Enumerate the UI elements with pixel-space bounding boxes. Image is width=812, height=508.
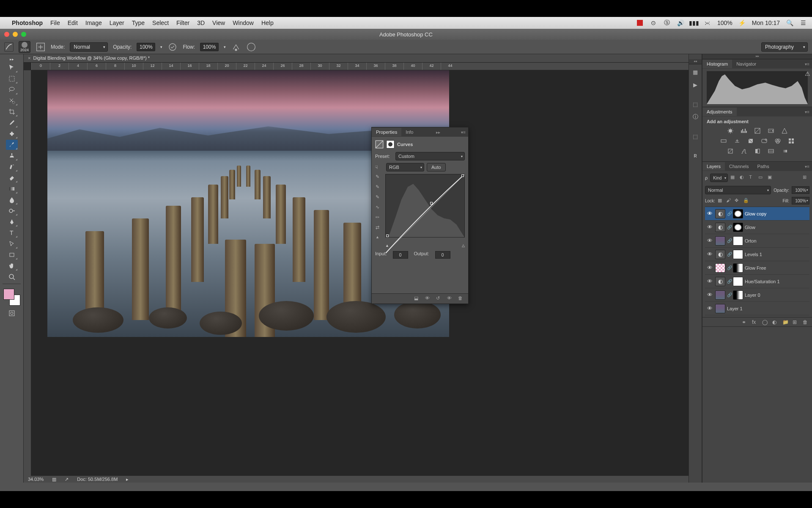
airbrush-icon[interactable] <box>231 42 241 52</box>
layer-blend-mode-select[interactable]: Normal <box>705 186 771 194</box>
minimize-window-button[interactable] <box>13 32 18 37</box>
layer-row[interactable]: 👁🔗Layer 0 <box>705 288 809 302</box>
adjustments-tab[interactable]: Adjustments <box>702 108 737 116</box>
lock-all-icon[interactable]: 🔒 <box>743 198 749 204</box>
layer-mask-thumbnail[interactable] <box>733 263 743 273</box>
layer-row[interactable]: 👁🔗Hue/Saturation 1 <box>705 275 809 288</box>
menu-help[interactable]: Help <box>261 19 274 26</box>
layer-link-icon[interactable]: 🔗 <box>727 238 731 243</box>
layer-thumbnail[interactable] <box>715 277 725 286</box>
clock[interactable]: Mon 10:17 <box>752 19 780 26</box>
layer-thumbnail[interactable] <box>715 290 725 300</box>
layer-thumbnail[interactable] <box>715 250 725 259</box>
exposure-icon[interactable] <box>766 127 776 135</box>
photo-filter-icon[interactable] <box>760 137 769 145</box>
raw-panel-icon[interactable]: R <box>690 151 700 161</box>
pressure-size-icon[interactable] <box>246 42 256 52</box>
color-balance-icon[interactable] <box>732 137 742 145</box>
histogram-graph[interactable] <box>707 71 808 104</box>
dock-collapse-icon[interactable]: ◂◂ <box>689 59 702 64</box>
collapse-toolbox-icon[interactable]: ▸▸ <box>6 57 18 62</box>
filter-toggle-icon[interactable]: ⊞ <box>803 174 809 181</box>
visibility-toggle-icon[interactable]: 👁 <box>706 265 713 271</box>
layer-fill-input[interactable]: 100% <box>792 197 809 204</box>
curves-adjustment-icon[interactable] <box>375 140 384 149</box>
eyedropper-tool[interactable] <box>6 118 18 128</box>
add-mask-icon[interactable]: ◯ <box>762 319 768 325</box>
visibility-toggle-icon[interactable]: 👁 <box>706 224 713 230</box>
invert-icon[interactable] <box>726 147 735 155</box>
layer-row[interactable]: 👁🔗Glow Free <box>705 261 809 275</box>
healing-brush-tool[interactable] <box>6 129 18 139</box>
layers-tab[interactable]: Layers <box>702 162 725 171</box>
toggle-visibility-icon[interactable]: 👁 <box>447 295 454 302</box>
filter-adjustment-icon[interactable]: ◐ <box>740 174 746 181</box>
clip-to-layer-icon[interactable]: ⬓ <box>414 295 421 302</box>
color-lookup-icon[interactable] <box>787 137 796 145</box>
brush-tool[interactable] <box>6 140 18 150</box>
app-indicator-icon[interactable] <box>636 19 644 27</box>
curves-mask-icon[interactable] <box>386 140 395 149</box>
eyedropper-white-icon[interactable]: ✎ <box>376 194 383 202</box>
layer-row[interactable]: 👁🔗Orton <box>705 234 809 248</box>
histogram-tab[interactable]: Histogram <box>702 60 732 68</box>
layers-panel-menu-icon[interactable]: ▾≡ <box>802 164 812 169</box>
black-white-icon[interactable] <box>746 137 755 145</box>
quick-mask-toggle[interactable] <box>6 308 18 318</box>
layer-name-label[interactable]: Levels 1 <box>745 252 809 257</box>
layer-thumbnail[interactable] <box>715 236 725 246</box>
opacity-input[interactable]: 100% <box>137 43 155 51</box>
layer-link-icon[interactable]: 🔗 <box>727 211 731 216</box>
histogram-warning-icon[interactable]: ⚠ <box>805 70 810 77</box>
hue-saturation-icon[interactable] <box>719 137 728 145</box>
properties-tab[interactable]: Properties <box>372 128 401 136</box>
layer-name-label[interactable]: Hue/Saturation 1 <box>745 279 809 284</box>
actions-panel-icon[interactable]: ▶ <box>690 80 700 90</box>
zoom-tool[interactable] <box>6 272 18 282</box>
close-window-button[interactable] <box>4 32 9 37</box>
delete-adjustment-icon[interactable]: 🗑 <box>458 295 465 302</box>
brush-panel-toggle-icon[interactable] <box>36 42 46 52</box>
eyedropper-black-icon[interactable]: ✎ <box>376 174 383 182</box>
clone-stamp-tool[interactable] <box>6 151 18 161</box>
menu-edit[interactable]: Edit <box>68 19 78 26</box>
delete-layer-icon[interactable]: 🗑 <box>803 319 809 325</box>
selective-color-icon[interactable] <box>766 147 776 155</box>
adjustments-panel-menu-icon[interactable]: ▾≡ <box>802 110 812 114</box>
skype-icon[interactable]: Ⓢ <box>663 19 671 27</box>
gradient-tool[interactable] <box>6 184 18 194</box>
layer-link-icon[interactable]: 🔗 <box>727 265 731 270</box>
foreground-color-swatch[interactable] <box>3 289 14 300</box>
properties-collapse-icon[interactable]: ▸▸ <box>433 130 443 135</box>
vibrance-icon[interactable] <box>780 127 789 135</box>
panel-icon-2[interactable]: ⬚ <box>690 131 700 141</box>
filter-type-icon[interactable]: T <box>749 174 756 181</box>
dodge-tool[interactable] <box>6 206 18 216</box>
visibility-toggle-icon[interactable]: 👁 <box>706 210 713 217</box>
navigator-tab[interactable]: Navigator <box>732 60 760 68</box>
horizontal-ruler[interactable]: 0246810121416182022242628303234363840424… <box>31 63 702 70</box>
properties-panel-menu-icon[interactable]: ▾≡ <box>458 130 468 135</box>
layer-fx-icon[interactable]: fx <box>752 319 758 325</box>
layer-link-icon[interactable]: 🔗 <box>727 225 731 229</box>
volume-icon[interactable]: 🔊 <box>677 19 684 27</box>
path-selection-tool[interactable] <box>6 239 18 249</box>
pen-tool[interactable] <box>6 217 18 227</box>
paths-tab[interactable]: Paths <box>753 162 774 171</box>
eraser-tool[interactable] <box>6 173 18 183</box>
zoom-window-button[interactable] <box>21 32 26 37</box>
levels-icon[interactable] <box>739 127 749 135</box>
history-brush-tool[interactable] <box>6 162 18 172</box>
blur-tool[interactable] <box>6 195 18 205</box>
menu-image[interactable]: Image <box>85 19 102 26</box>
layer-filter-kind-select[interactable]: Kind <box>710 174 728 182</box>
hand-tool[interactable] <box>6 261 18 271</box>
tool-preset-picker[interactable] <box>4 42 14 52</box>
layer-row[interactable]: 👁Layer 1 <box>705 302 809 315</box>
new-group-icon[interactable]: 📁 <box>782 319 788 325</box>
visibility-toggle-icon[interactable]: 👁 <box>706 305 713 312</box>
layer-mask-thumbnail[interactable] <box>733 277 743 286</box>
notification-center-icon[interactable]: ☰ <box>799 19 807 27</box>
brush-preset-picker[interactable]: 2024 <box>19 41 30 53</box>
menu-window[interactable]: Window <box>233 19 254 26</box>
